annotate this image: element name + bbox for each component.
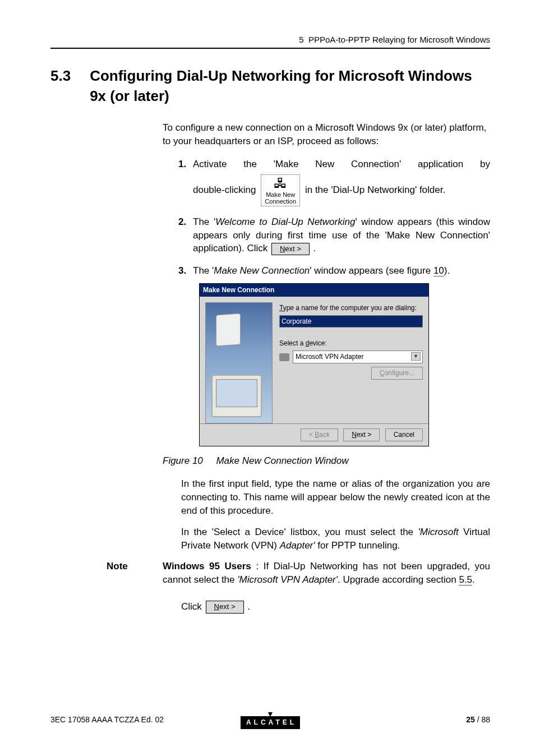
after-fig-p1: In the first input field, type the name …	[181, 477, 490, 517]
make-new-connection-window: Make New Connection Type a name for the …	[199, 283, 429, 446]
wizard-cancel-button[interactable]: Cancel	[385, 428, 423, 441]
section-heading: 5.3 Configuring Dial-Up Networking for M…	[50, 66, 490, 107]
click-next-line: Click Next > .	[181, 600, 490, 614]
after-fig-p2: In the 'Select a Device' listbox, you mu…	[181, 525, 490, 552]
section-5-5-xref[interactable]: 5.5	[459, 574, 472, 586]
page-number: 25 / 88	[466, 714, 490, 726]
wizard-sidebar-graphic	[205, 302, 273, 423]
inline-next-button-2: Next >	[206, 601, 244, 613]
monitor-icon	[211, 375, 262, 417]
step-3: 3. The 'Make New Connection' window appe…	[178, 264, 490, 278]
connection-glyph-icon: 🖧	[262, 176, 299, 191]
inline-next-button: Next >	[271, 243, 310, 255]
step-1: 1. Activate the 'Make New Connection' ap…	[178, 158, 490, 206]
wizard-next-button[interactable]: Next >	[343, 428, 380, 441]
wizard-name-input[interactable]: Corporate	[279, 315, 423, 328]
wizard-device-label: Select a device:	[279, 339, 423, 348]
intro-paragraph: To configure a new connection on a Micro…	[163, 121, 490, 148]
wizard-titlebar: Make New Connection	[200, 284, 428, 297]
section-title-text: Configuring Dial-Up Networking for Micro…	[90, 66, 490, 107]
wizard-type-label: Type a name for the computer you are dia…	[279, 303, 423, 313]
triangle-icon: ▼	[241, 712, 300, 716]
step-2: 2. The 'Welcome to Dial-Up Networking' w…	[178, 215, 490, 255]
running-header: 5 PPPoA-to-PPTP Relaying for Microsoft W…	[50, 34, 490, 48]
phone-icon	[216, 313, 241, 346]
section-number: 5.3	[50, 66, 71, 107]
alcatel-logo: ▼ ALCATEL	[241, 712, 300, 729]
modem-icon	[279, 353, 289, 361]
figure-10-xref[interactable]: 10	[433, 265, 444, 276]
wizard-button-bar: < Back Next > Cancel	[200, 423, 428, 446]
make-new-connection-icon: 🖧 Make New Connection	[261, 174, 300, 206]
figure-caption: Figure 10 Make New Connection Window	[163, 454, 490, 468]
wizard-device-select[interactable]: Microsoft VPN Adapter	[293, 351, 423, 363]
note-block: Note Windows 95 Users : If Dial-Up Netwo…	[50, 560, 490, 613]
configure-button[interactable]: Configure...	[371, 367, 423, 380]
wizard-back-button: < Back	[301, 428, 338, 441]
doc-id: 3EC 17058 AAAA TCZZA Ed. 02	[50, 714, 164, 726]
note-label: Note	[107, 560, 163, 613]
page-footer: 3EC 17058 AAAA TCZZA Ed. 02 ▼ ALCATEL 25…	[50, 714, 490, 726]
header-rule	[50, 48, 490, 49]
